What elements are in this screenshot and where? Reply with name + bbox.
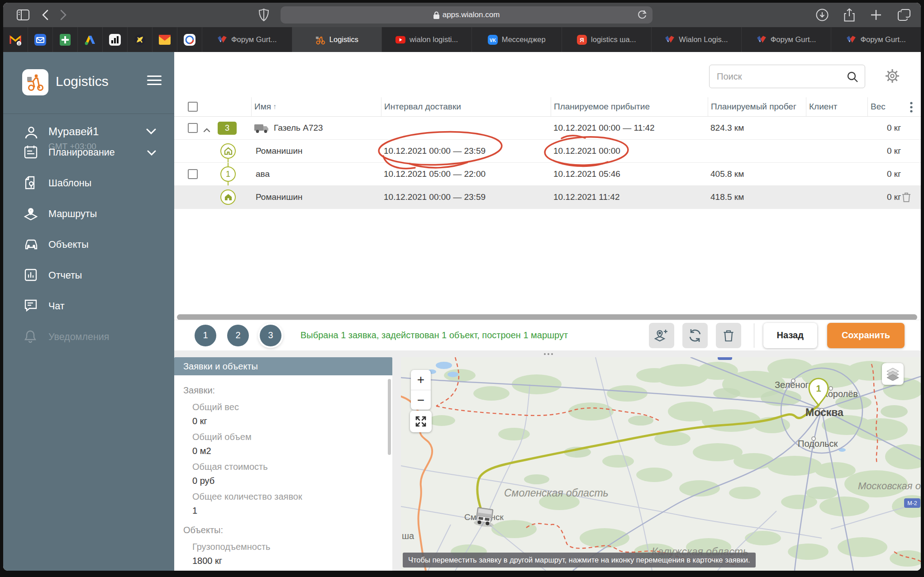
weight-value: 0 кг — [870, 169, 921, 179]
column-header-mileage[interactable]: Планируемый пробег — [708, 97, 806, 116]
tab-logistics[interactable]: Logistics — [292, 27, 382, 52]
map-canvas[interactable]: Зеленоград Королёв Москва Подольск Смоле… — [401, 357, 921, 571]
tab-wialon-logistics-video[interactable]: wialon logisti... — [382, 27, 472, 52]
recalculate-button[interactable] — [682, 323, 708, 348]
table-row-warehouse-start[interactable]: Романишин 10.12.2021 00:00 — 23:59 10.12… — [174, 140, 921, 163]
pinned-tab-yandex-browser[interactable] — [128, 27, 152, 52]
pinned-tab-yandex-mail[interactable] — [152, 27, 177, 52]
tab-forum-gurt-3[interactable]: Форум Gurt... — [831, 27, 921, 52]
tab-logistics-search[interactable]: Я logistics ша... — [562, 27, 652, 52]
section-heading-orders: Заявки: — [183, 385, 392, 396]
arrival-value: 10.12.2021 11:42 — [553, 192, 620, 202]
panel-splitter[interactable] — [174, 350, 921, 357]
tabs-overview-icon[interactable] — [897, 9, 911, 21]
row-checkbox[interactable] — [188, 123, 198, 133]
svg-text:VK: VK — [490, 38, 496, 43]
sidebar-toggle-icon[interactable] — [17, 9, 29, 20]
step-3-active[interactable]: 3 — [260, 325, 281, 346]
column-header-weight[interactable]: Вес — [867, 97, 921, 116]
menu-toggle-icon[interactable] — [147, 76, 162, 85]
layers-button[interactable] — [882, 363, 904, 385]
delete-row-icon[interactable] — [902, 192, 911, 205]
column-header-arrival[interactable]: Планируемое прибытие — [551, 97, 708, 116]
pinned-tab-sheets[interactable] — [53, 27, 78, 52]
road-badge-m2: М-2 — [904, 498, 920, 508]
warehouse-name: Романишин — [254, 192, 303, 202]
svg-text:1: 1 — [816, 383, 821, 393]
tab-wialon-logistics[interactable]: Wialon Logis... — [652, 27, 742, 52]
horizontal-scrollbar[interactable] — [177, 314, 917, 320]
sidebar-item-notifications[interactable]: Уведомления — [3, 326, 174, 348]
tab-label: Logistics — [329, 35, 358, 44]
search-icon[interactable] — [847, 71, 858, 85]
summary-item: Грузоподъемность 1800 кг — [192, 542, 392, 566]
new-tab-icon[interactable] — [870, 9, 882, 21]
sidebar-item-reports[interactable]: Отчеты — [3, 265, 174, 286]
sidebar-item-label: Отчеты — [48, 270, 82, 281]
sidebar-item-planning[interactable]: Планирование — [3, 142, 174, 163]
collapse-chevron-icon[interactable] — [203, 125, 210, 135]
fullscreen-button[interactable] — [410, 411, 432, 432]
tab-label: Форум Gurt... — [231, 35, 277, 44]
table-row-warehouse-end[interactable]: Романишин 10.12.2021 00:00 — 23:59 10.12… — [174, 186, 921, 209]
pinned-tab-analytics[interactable] — [103, 27, 128, 52]
select-all-checkbox[interactable] — [188, 102, 198, 112]
gear-icon[interactable] — [885, 68, 900, 85]
splitter-handle-icon[interactable] — [544, 353, 553, 355]
template-icon — [24, 176, 37, 191]
column-header-name[interactable]: Имя↑ — [251, 97, 381, 116]
mileage-value: 405.8 км — [710, 169, 744, 179]
tab-forum-gurt-1[interactable]: Форум Gurt... — [202, 27, 292, 52]
tab-strip: 0 Форум Gurt... Logistics — [3, 27, 921, 52]
step-2[interactable]: 2 — [227, 325, 249, 346]
column-header-client[interactable]: Клиент — [806, 97, 867, 116]
wialon-favicon — [757, 35, 767, 45]
sidebar-item-routes[interactable]: Маршруты — [3, 203, 174, 225]
shield-icon[interactable] — [259, 9, 269, 23]
summary-panel-title[interactable]: Заявки и объекты — [174, 357, 392, 375]
arrival-value: 10.12.2021 00:00 — [553, 146, 620, 156]
calendar-icon — [24, 145, 38, 161]
tab-forum-gurt-2[interactable]: Форум Gurt... — [742, 27, 832, 52]
logistics-favicon — [315, 35, 325, 45]
mailru-favicon — [184, 34, 195, 46]
sheets-favicon — [60, 34, 71, 46]
back-button[interactable]: Назад — [763, 323, 817, 348]
assign-driver-button[interactable] — [649, 323, 674, 348]
save-button[interactable]: Сохранить — [827, 323, 905, 348]
forward-icon[interactable] — [60, 9, 67, 20]
panel-scrollbar[interactable] — [388, 379, 391, 455]
tab-label: Wialon Logis... — [679, 35, 728, 44]
map-label-moscow: Москва — [805, 407, 843, 418]
arrival-value: 10.12.2021 00:00 — 11:42 — [553, 123, 655, 133]
zoom-in-button[interactable]: + — [411, 370, 431, 390]
sidebar-item-units[interactable]: Объекты — [3, 234, 174, 255]
weight-value: 0 кг — [870, 192, 921, 202]
reload-icon[interactable] — [637, 9, 647, 23]
tab-label: Форум Gurt... — [860, 35, 906, 44]
share-icon[interactable] — [844, 8, 855, 22]
sidebar-item-templates[interactable]: Шаблоны — [3, 172, 174, 194]
sidebar-item-label: Уведомления — [48, 331, 109, 343]
summary-item: Общий вес 0 кг — [192, 402, 392, 426]
search-input[interactable] — [710, 65, 865, 88]
address-bar[interactable]: apps.wialon.com — [281, 6, 653, 24]
table-body: 3 Газель А723 10.12.2021 00:00 — 11:42 8… — [174, 117, 921, 209]
summary-item: Общая стоимость 0 руб — [192, 462, 392, 486]
delete-button[interactable] — [716, 323, 741, 348]
table-row-order[interactable]: 1 ава 10.12.2021 05:00 — 22:00 10.12.202… — [174, 163, 921, 186]
column-header-interval[interactable]: Интервал доставки — [381, 97, 551, 116]
step-1[interactable]: 1 — [195, 325, 216, 346]
tab-messenger[interactable]: VK Мессенджер — [472, 27, 562, 52]
row-checkbox[interactable] — [188, 169, 198, 179]
back-icon[interactable] — [42, 9, 48, 20]
pinned-tab-gmail[interactable]: 0 — [3, 27, 28, 52]
pinned-tab-mail[interactable] — [28, 27, 53, 52]
zoom-out-button[interactable]: − — [411, 390, 431, 410]
kebab-menu-icon[interactable] — [910, 102, 913, 115]
sidebar-item-chat[interactable]: Чат — [3, 295, 174, 317]
download-icon[interactable] — [816, 9, 829, 21]
table-row-unit[interactable]: 3 Газель А723 10.12.2021 00:00 — 11:42 8… — [174, 117, 921, 140]
pinned-tab-mailru[interactable] — [177, 27, 202, 52]
pinned-tab-google-ads[interactable] — [78, 27, 103, 52]
